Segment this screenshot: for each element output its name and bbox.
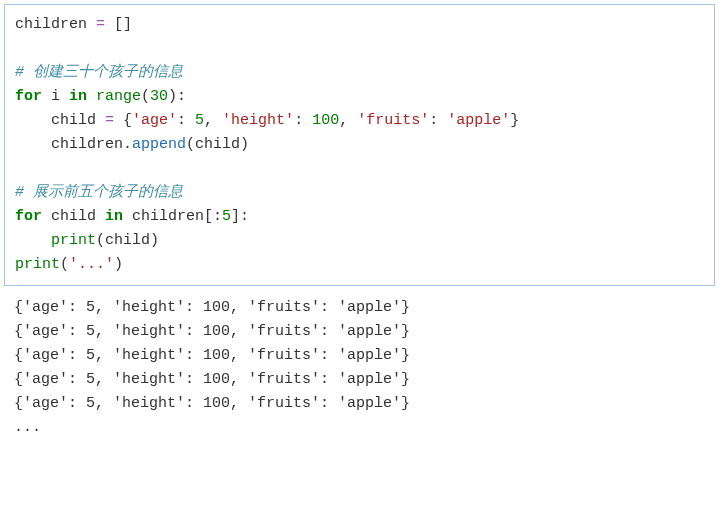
output-line: {'age': 5, 'height': 100, 'fruits': 'app… bbox=[14, 371, 410, 388]
code-output-cell: {'age': 5, 'height': 100, 'fruits': 'app… bbox=[4, 292, 715, 448]
code-text: children = [] # 创建三十个孩子的信息 for i in rang… bbox=[15, 16, 519, 273]
code-input-cell[interactable]: children = [] # 创建三十个孩子的信息 for i in rang… bbox=[4, 4, 715, 286]
notebook-cell-container: children = [] # 创建三十个孩子的信息 for i in rang… bbox=[0, 0, 719, 452]
output-line: {'age': 5, 'height': 100, 'fruits': 'app… bbox=[14, 299, 410, 316]
output-line: {'age': 5, 'height': 100, 'fruits': 'app… bbox=[14, 395, 410, 412]
output-line: {'age': 5, 'height': 100, 'fruits': 'app… bbox=[14, 347, 410, 364]
output-line: ... bbox=[14, 419, 41, 436]
output-line: {'age': 5, 'height': 100, 'fruits': 'app… bbox=[14, 323, 410, 340]
